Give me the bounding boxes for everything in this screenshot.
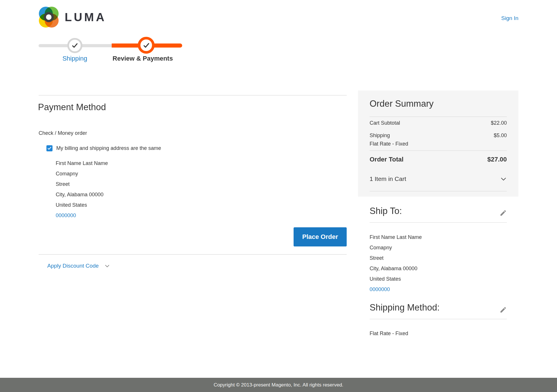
sign-in-link[interactable]: Sign In: [501, 15, 518, 21]
step-review-label: Review & Payments: [96, 55, 189, 62]
checkmark-icon: [142, 41, 150, 49]
shipping-value: $5.00: [494, 133, 507, 139]
summary-divider: [370, 117, 507, 117]
ship-to-divider: [370, 222, 507, 223]
shipping-method-value: Flat Rate - Fixed: [370, 331, 408, 337]
checkout-page: LUMA Sign In Shipping Review & Payments …: [0, 0, 557, 392]
shipping-method-divider: [370, 319, 507, 319]
ship-to-heading: Ship To:: [370, 206, 402, 216]
shipping-method-note: Flat Rate - Fixed: [370, 141, 408, 147]
billing-address-block: First Name Last Name Comapny Street City…: [56, 158, 108, 221]
address-city: City, Alabama 00000: [370, 263, 422, 274]
edit-shipping-method-button[interactable]: [500, 306, 507, 314]
discount-section-divider: [39, 254, 347, 255]
payment-method-option: Check / Money order: [39, 130, 87, 136]
edit-shipping-address-button[interactable]: [500, 209, 507, 217]
address-street: Street: [370, 253, 422, 263]
items-in-cart-label[interactable]: 1 Item in Cart: [370, 175, 406, 182]
shipping-method-heading: Shipping Method:: [370, 302, 440, 313]
place-order-button[interactable]: Place Order: [294, 227, 347, 246]
logo-text: LUMA: [65, 6, 106, 28]
address-name: First Name Last Name: [370, 232, 422, 242]
address-country: United States: [370, 274, 422, 284]
items-in-cart-toggle[interactable]: 1 Item in Cart: [370, 175, 507, 182]
chevron-down-icon[interactable]: [104, 263, 110, 269]
summary-row-shipping: Shipping $5.00: [370, 133, 507, 139]
luma-rings-icon: [39, 6, 59, 28]
shipping-label: Shipping: [370, 133, 390, 139]
chevron-down-icon[interactable]: [500, 176, 507, 182]
checkmark-icon: [47, 146, 52, 150]
order-total-label: Order Total: [370, 156, 404, 163]
subtotal-value: $22.00: [491, 120, 507, 126]
billing-same-label[interactable]: My billing and shipping address are the …: [56, 145, 161, 151]
billing-same-row: My billing and shipping address are the …: [46, 145, 161, 151]
subtotal-label: Cart Subtotal: [370, 120, 400, 126]
address-country: United States: [56, 200, 108, 210]
order-total-value: $27.00: [487, 156, 507, 163]
payment-section-divider: [39, 95, 347, 95]
ship-to-phone-link[interactable]: 0000000: [370, 284, 390, 295]
summary-row-total: Order Total $27.00: [370, 156, 507, 163]
address-city: City, Alabama 00000: [56, 189, 108, 200]
payment-method-heading: Payment Method: [38, 102, 106, 112]
billing-phone-link[interactable]: 0000000: [56, 210, 76, 221]
address-street: Street: [56, 179, 108, 189]
step-shipping-label[interactable]: Shipping: [46, 55, 104, 62]
step-shipping-indicator[interactable]: [67, 38, 82, 53]
store-logo-link[interactable]: LUMA: [39, 6, 106, 28]
summary-row-subtotal: Cart Subtotal $22.00: [370, 120, 507, 126]
billing-same-checkbox[interactable]: [46, 145, 53, 151]
copyright-text: Copyright © 2013-present Magento, Inc. A…: [214, 382, 343, 388]
order-summary-heading: Order Summary: [370, 99, 433, 109]
pencil-icon: [500, 306, 507, 313]
summary-divider: [370, 191, 507, 191]
address-company: Comapny: [370, 242, 422, 253]
step-review-indicator: [138, 37, 155, 54]
apply-discount-link[interactable]: Apply Discount Code: [47, 263, 99, 269]
footer-bar: Copyright © 2013-present Magento, Inc. A…: [0, 378, 557, 392]
apply-discount-toggle[interactable]: Apply Discount Code: [47, 263, 110, 269]
address-company: Comapny: [56, 168, 108, 179]
pencil-icon: [500, 209, 507, 217]
ship-to-address-block: First Name Last Name Comapny Street City…: [370, 232, 422, 295]
summary-divider: [370, 150, 507, 151]
checkmark-icon: [71, 42, 79, 49]
address-name: First Name Last Name: [56, 158, 108, 168]
